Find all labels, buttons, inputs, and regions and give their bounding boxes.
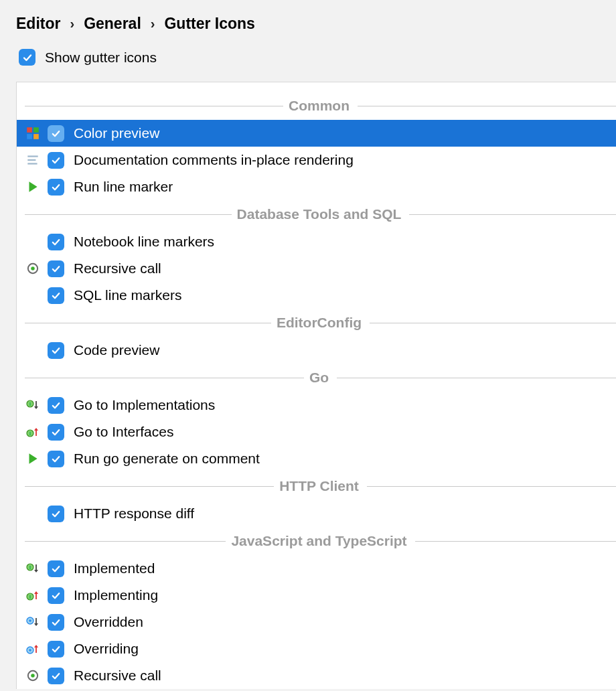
item-label: Code preview (74, 342, 159, 358)
list-item[interactable]: Recursive call (17, 255, 616, 282)
recursive-icon (23, 260, 42, 277)
group-title: Database Tools and SQL (232, 206, 402, 222)
impl-down-icon: I (23, 397, 42, 413)
item-checkbox[interactable] (48, 342, 64, 359)
gutter-icons-panel: Common Color preview Documentation comme… (16, 82, 616, 689)
list-item[interactable]: Recursive call (17, 662, 616, 689)
item-label: Notebook line markers (74, 234, 214, 250)
item-label: Overriding (74, 641, 139, 657)
list-item[interactable]: I Go to Implementations (17, 392, 616, 418)
item-checkbox[interactable] (48, 424, 64, 441)
item-checkbox[interactable] (48, 506, 64, 522)
breadcrumb: Editor › General › Gutter Icons (0, 0, 616, 45)
none-icon (23, 342, 42, 358)
item-label: HTTP response diff (74, 506, 194, 522)
item-checkbox[interactable] (48, 234, 64, 250)
item-checkbox[interactable] (48, 614, 64, 631)
list-item[interactable]: Overridden (17, 609, 616, 635)
group-title: JavaScript and TypeScript (226, 533, 406, 549)
group-title: Go (304, 370, 329, 386)
list-item[interactable]: Run line marker (17, 173, 616, 200)
item-label: Overridden (74, 614, 143, 630)
list-item[interactable]: I Implemented (17, 555, 616, 582)
show-gutter-label: Show gutter icons (45, 50, 157, 66)
svg-text:I: I (29, 402, 31, 406)
group-title: HTTP Client (274, 478, 359, 494)
svg-rect-3 (33, 134, 39, 139)
svg-point-18 (29, 619, 31, 622)
breadcrumb-general[interactable]: General (84, 15, 141, 33)
svg-point-22 (31, 674, 35, 678)
doc-lines-icon (23, 152, 42, 168)
svg-rect-0 (27, 127, 32, 133)
list-item[interactable]: I Go to Interfaces (17, 418, 616, 445)
run-play-icon (23, 179, 42, 195)
svg-point-8 (31, 266, 35, 271)
list-item[interactable]: I Implementing (17, 582, 616, 609)
item-checkbox[interactable] (48, 287, 64, 304)
none-icon (23, 506, 42, 522)
svg-rect-2 (27, 134, 32, 139)
list-item[interactable]: Run go generate on comment (17, 445, 616, 472)
item-label: Go to Implementations (74, 397, 215, 413)
group-header: Go (17, 364, 616, 392)
breadcrumb-gutter-icons: Gutter Icons (164, 15, 254, 33)
item-checkbox[interactable] (48, 179, 64, 196)
svg-point-20 (29, 649, 31, 651)
color-square-icon (23, 125, 42, 141)
show-gutter-icons-option[interactable]: Show gutter icons (0, 45, 616, 82)
over-down-icon (23, 614, 42, 630)
item-checkbox[interactable] (48, 260, 64, 277)
svg-text:I: I (29, 565, 31, 570)
item-label: Recursive call (74, 668, 161, 684)
item-label: Go to Interfaces (74, 424, 173, 440)
group-title: EditorConfig (271, 315, 362, 331)
item-checkbox[interactable] (48, 152, 64, 169)
list-item[interactable]: Notebook line markers (17, 228, 616, 255)
group-header: Common (17, 92, 616, 120)
item-checkbox[interactable] (48, 451, 64, 467)
impl-up-icon: I (23, 424, 42, 440)
item-label: SQL line markers (74, 287, 181, 303)
item-checkbox[interactable] (48, 397, 64, 414)
item-label: Implemented (74, 560, 155, 577)
impl-down-icon: I (23, 560, 42, 577)
svg-text:I: I (29, 595, 31, 599)
list-item[interactable]: Code preview (17, 337, 616, 364)
chevron-right-icon: › (151, 16, 155, 31)
item-checkbox[interactable] (48, 668, 64, 684)
group-header: EditorConfig (17, 309, 616, 337)
svg-text:I: I (29, 431, 31, 436)
item-label: Implementing (74, 587, 158, 603)
run-play-icon (23, 451, 42, 467)
item-checkbox[interactable] (48, 641, 64, 658)
group-title: Common (283, 98, 350, 114)
list-item[interactable]: Overriding (17, 635, 616, 662)
list-item[interactable]: Color preview (17, 120, 616, 147)
over-up-icon (23, 641, 42, 657)
item-label: Run go generate on comment (74, 451, 260, 467)
group-header: Database Tools and SQL (17, 200, 616, 228)
svg-rect-1 (33, 127, 39, 133)
impl-up-icon: I (23, 587, 42, 603)
list-item[interactable]: HTTP response diff (17, 500, 616, 527)
breadcrumb-editor[interactable]: Editor (16, 15, 60, 33)
none-icon (23, 234, 42, 250)
item-checkbox[interactable] (48, 560, 64, 577)
item-label: Documentation comments in-place renderin… (74, 152, 354, 168)
chevron-right-icon: › (70, 16, 74, 31)
item-label: Run line marker (74, 179, 173, 195)
none-icon (23, 287, 42, 303)
item-label: Color preview (74, 125, 159, 141)
group-header: JavaScript and TypeScript (17, 527, 616, 555)
show-gutter-checkbox[interactable] (19, 49, 35, 66)
group-header: HTTP Client (17, 472, 616, 500)
list-item[interactable]: Documentation comments in-place renderin… (17, 147, 616, 173)
recursive-icon (23, 668, 42, 684)
item-checkbox[interactable] (48, 125, 64, 142)
item-label: Recursive call (74, 260, 161, 277)
item-checkbox[interactable] (48, 587, 64, 604)
list-item[interactable]: SQL line markers (17, 282, 616, 309)
